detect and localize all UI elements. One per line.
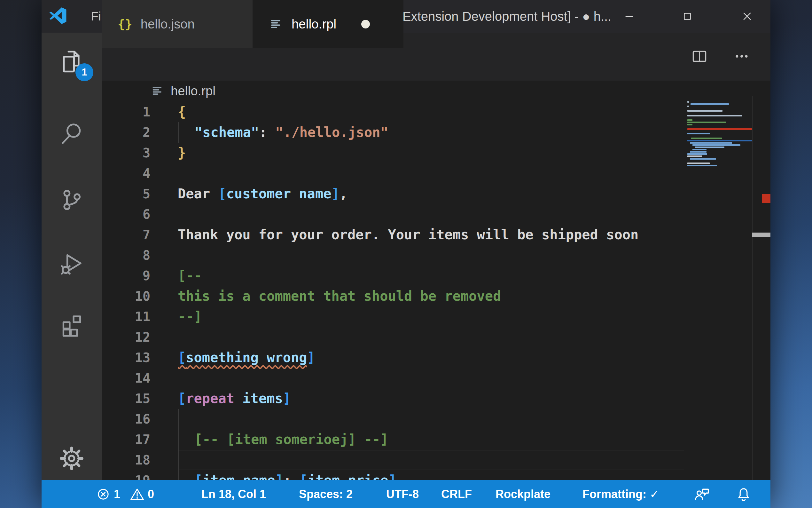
- code-line-2[interactable]: 2"schema": "./hello.json": [102, 122, 687, 143]
- code-line-8[interactable]: 8: [102, 245, 687, 265]
- close-button[interactable]: [732, 0, 762, 33]
- line-text: [150, 368, 178, 388]
- code-token: "./hello.json": [275, 124, 388, 140]
- code-line-10[interactable]: 10this is a comment that should be remov…: [102, 286, 687, 306]
- settings-gear-icon: [59, 446, 84, 471]
- line-text: [150, 163, 178, 184]
- code-line-16[interactable]: 16: [102, 409, 687, 429]
- breadcrumb[interactable]: hello.rpl: [102, 81, 770, 101]
- line-text: [repeat items]: [150, 388, 291, 409]
- code-line-13[interactable]: 13[something wrong]: [102, 347, 687, 368]
- line-number: 1: [102, 102, 150, 122]
- tab-hello-rpl[interactable]: hello.rpl: [252, 0, 403, 48]
- code-line-3[interactable]: 3}: [102, 143, 687, 163]
- source-control-icon: [59, 187, 84, 212]
- line-text: [-- [item somerioej] --]: [150, 429, 388, 450]
- minimap-line: [692, 144, 741, 146]
- code-token: repeat: [186, 391, 234, 406]
- bell-button[interactable]: [736, 486, 751, 502]
- code-token: --]: [178, 309, 202, 324]
- split-editor-button[interactable]: [690, 47, 708, 65]
- tab-label: hello.json: [141, 17, 195, 31]
- code-token: item name: [202, 472, 275, 480]
- code-token: :: [283, 472, 299, 480]
- vscode-logo-icon: [49, 6, 67, 25]
- explorer-badge: 1: [76, 64, 93, 81]
- warning-count: 0: [148, 488, 154, 501]
- code-token: ,: [339, 186, 347, 202]
- minimize-button[interactable]: [614, 0, 644, 33]
- line-text: Thank you for your order. Your items wil…: [150, 224, 638, 245]
- search-icon: [59, 121, 84, 146]
- minimap-line: [687, 115, 742, 117]
- code-token: items: [242, 391, 283, 406]
- line-text: "schema": "./hello.json": [150, 122, 388, 143]
- code-token: ]: [388, 472, 396, 480]
- activity-item-settings[interactable]: [58, 444, 85, 472]
- minimap-line: [687, 124, 692, 125]
- code-line-12[interactable]: 12: [102, 327, 687, 347]
- problems-status[interactable]: 10: [96, 480, 154, 508]
- line-number: 14: [102, 368, 150, 388]
- minimap-line: [687, 122, 726, 123]
- code-line-6[interactable]: 6: [102, 204, 687, 224]
- maximize-button[interactable]: [672, 0, 703, 33]
- code-line-14[interactable]: 14: [102, 368, 687, 388]
- code-line-11[interactable]: 11--]: [102, 306, 687, 327]
- line-number: 11: [102, 306, 150, 327]
- minimap-line: [687, 165, 717, 166]
- minimap-line: [690, 151, 707, 153]
- window-title: [Extension Development Host] - ● h...: [374, 0, 636, 33]
- code-line-9[interactable]: 9[--: [102, 265, 687, 286]
- code-token: [: [194, 472, 202, 480]
- status-formatting[interactable]: Formatting: ✓: [582, 480, 659, 508]
- status-eol[interactable]: CRLF: [441, 480, 472, 508]
- minimize-icon: [623, 10, 635, 22]
- activity-item-extensions[interactable]: [58, 311, 85, 339]
- status-indentation[interactable]: Spaces: 2: [299, 480, 352, 508]
- code-token: [-- [item somerioej] --]: [194, 431, 388, 447]
- minimap-line: [687, 101, 689, 103]
- status-cursor-position[interactable]: Ln 18, Col 1: [201, 480, 266, 508]
- code-token: :: [259, 124, 275, 140]
- code-token: this is a comment that should be removed: [178, 288, 501, 304]
- code-line-17[interactable]: 17[-- [item somerioej] --]: [102, 429, 687, 450]
- code-line-18[interactable]: 18: [102, 450, 687, 470]
- line-number: 19: [102, 470, 150, 480]
- error-icon: [96, 487, 111, 502]
- feedback-button[interactable]: [695, 486, 710, 502]
- code-token: ]: [307, 350, 315, 365]
- more-actions-button[interactable]: [733, 47, 751, 65]
- code-token: Thank you for your order. Your items wil…: [178, 227, 638, 243]
- rpl-file-icon: [269, 17, 283, 31]
- activity-item-run-debug[interactable]: [58, 250, 85, 277]
- indent-guide: [178, 450, 179, 470]
- code-token: [: [218, 186, 226, 202]
- code-line-19[interactable]: 19[item name]: [item price]: [102, 470, 687, 480]
- code-token: item price: [307, 472, 388, 480]
- code-editor[interactable]: 1{2"schema": "./hello.json"3}45Dear [cus…: [102, 102, 687, 480]
- scrollbar-thumb[interactable]: [752, 232, 770, 237]
- indent-guide: [178, 409, 179, 429]
- activity-item-search[interactable]: [58, 120, 85, 147]
- status-language-mode[interactable]: Rockplate: [495, 480, 551, 508]
- code-line-4[interactable]: 4: [102, 163, 687, 184]
- line-text: [--: [150, 265, 202, 286]
- warning-icon: [130, 487, 144, 502]
- activity-item-source-control[interactable]: [58, 186, 85, 214]
- code-line-15[interactable]: 15[repeat items]: [102, 388, 687, 409]
- minimap-line: [695, 146, 724, 148]
- minimap-line: [687, 119, 692, 121]
- modified-dot: [361, 20, 370, 29]
- code-line-1[interactable]: 1{: [102, 102, 687, 122]
- minimap-line: [690, 103, 729, 105]
- line-number: 3: [102, 143, 150, 163]
- tab-hello-json[interactable]: {}hello.json: [102, 0, 252, 48]
- run-debug-icon: [59, 251, 84, 276]
- code-line-5[interactable]: 5Dear [customer name],: [102, 184, 687, 204]
- line-text: {: [150, 102, 186, 122]
- line-number: 2: [102, 122, 150, 143]
- status-encoding[interactable]: UTF-8: [386, 480, 419, 508]
- line-text: [item name]: [item price]: [150, 470, 396, 480]
- code-line-7[interactable]: 7Thank you for your order. Your items wi…: [102, 224, 687, 245]
